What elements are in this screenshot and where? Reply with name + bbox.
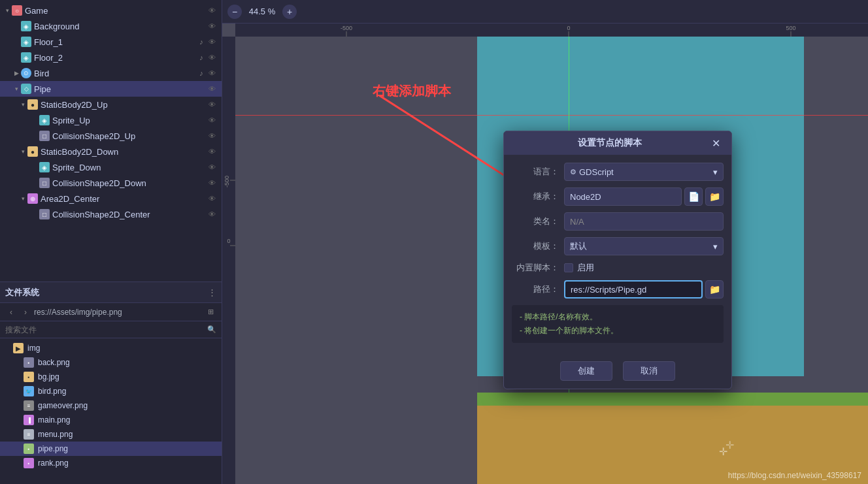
classname-label: 类名： bbox=[512, 216, 559, 227]
vis-icon-area2d[interactable]: 👁 bbox=[206, 195, 218, 202]
nav-forward-button[interactable]: › bbox=[20, 306, 31, 318]
vis-icon-floor2[interactable]: 👁 bbox=[206, 54, 218, 61]
tree-item-game[interactable]: ▾ ○ Game 👁 bbox=[0, 3, 222, 18]
vis-icon-bird[interactable]: 👁 bbox=[206, 69, 218, 77]
vis-icon-game[interactable]: 👁 bbox=[206, 7, 218, 14]
inherit-label: 继承： bbox=[512, 191, 559, 202]
vis-icon-sp-up[interactable]: 👁 bbox=[206, 116, 218, 124]
file-item-bg-jpg[interactable]: ▪ bg.jpg bbox=[0, 370, 222, 384]
tree-label-sb-down: StaticBody2D_Down bbox=[41, 147, 206, 157]
file-item-main-png[interactable]: ▐ main.png bbox=[0, 413, 222, 427]
zoom-out-button[interactable]: − bbox=[227, 5, 242, 19]
tree-arrow-area2d[interactable]: ▾ bbox=[18, 195, 27, 202]
file-icon-pipe: ▪ bbox=[24, 444, 34, 454]
cancel-button[interactable]: 取消 bbox=[623, 361, 675, 381]
nav-grid-icon[interactable]: ⊞ bbox=[205, 306, 216, 318]
svg-text:0: 0 bbox=[567, 25, 570, 31]
file-nav-bar: ‹ › res://Assets/img/pipe.png ⊞ bbox=[0, 303, 222, 321]
extra-icon-bird: ♪ bbox=[197, 69, 206, 77]
file-item-img-folder[interactable]: ▶ img bbox=[0, 341, 222, 355]
set-script-dialog[interactable]: 设置节点的脚本 ✕ 语言： ⚙ GDScript ▾ bbox=[503, 131, 732, 389]
tree-arrow-pipe[interactable]: ▾ bbox=[12, 86, 21, 92]
builtin-row: 内置脚本： 启用 bbox=[512, 262, 724, 274]
vis-icon-sb-down[interactable]: 👁 bbox=[206, 148, 218, 155]
vis-icon-floor1[interactable]: 👁 bbox=[206, 38, 218, 46]
ruler-v-svg: -500 0 bbox=[222, 37, 235, 484]
tree-item-sprite-down[interactable]: ◈ Sprite_Down 👁 bbox=[0, 159, 222, 175]
search-input[interactable] bbox=[5, 325, 207, 334]
vis-icon-sb-up[interactable]: 👁 bbox=[206, 101, 218, 108]
file-item-back-png[interactable]: ▪ back.png bbox=[0, 355, 222, 370]
template-value: 默认 bbox=[570, 240, 587, 252]
vis-icon-col-center[interactable]: 👁 bbox=[206, 210, 218, 218]
tree-label-bg: Background bbox=[34, 22, 206, 31]
create-button[interactable]: 创建 bbox=[560, 361, 612, 381]
tree-label-bird: Bird bbox=[34, 69, 197, 78]
dialog-title-label: 设置节点的脚本 bbox=[512, 137, 708, 149]
tree-item-staticbody-down[interactable]: ▾ ● StaticBody2D_Down 👁 bbox=[0, 144, 222, 159]
bird-node-icon: ⊙ bbox=[21, 68, 31, 78]
tree-label-col-center: CollisionShape2D_Center bbox=[52, 210, 206, 219]
zoom-level-label: 44.5 % bbox=[246, 7, 278, 16]
tree-item-pipe[interactable]: ▾ ◇ Pipe 👁 bbox=[0, 81, 222, 97]
file-icon-bg: ▪ bbox=[24, 372, 34, 382]
tree-item-collision-up[interactable]: □ CollisionShape2D_Up 👁 bbox=[0, 128, 222, 144]
file-system-title: 文件系统 bbox=[5, 287, 208, 298]
builtin-checkbox[interactable] bbox=[564, 263, 573, 272]
classname-value: N/A bbox=[570, 217, 584, 227]
path-input[interactable] bbox=[564, 280, 703, 298]
vis-icon-col-down[interactable]: 👁 bbox=[206, 179, 218, 187]
file-label-menu: menu.png bbox=[38, 430, 73, 439]
tree-item-background[interactable]: ◈ Background 👁 bbox=[0, 18, 222, 34]
file-item-gameover-png[interactable]: ≡ gameover.png bbox=[0, 398, 222, 413]
tree-arrow-bird[interactable]: ▶ bbox=[12, 70, 21, 76]
file-label-gameover: gameover.png bbox=[38, 401, 88, 410]
area2d-icon: ⊕ bbox=[27, 193, 38, 204]
path-wrap: 📁 bbox=[564, 280, 724, 298]
file-item-pipe-png[interactable]: ▪ pipe.png bbox=[0, 442, 222, 456]
template-select[interactable]: 默认 ▾ bbox=[564, 237, 724, 255]
tree-item-floor1[interactable]: ◈ Floor_1 ♪ 👁 bbox=[0, 34, 222, 50]
viewport-toolbar: − 44.5 % + bbox=[222, 0, 868, 24]
path-label: 路径： bbox=[512, 283, 559, 295]
nav-path-label: res://Assets/img/pipe.png bbox=[34, 308, 202, 317]
zoom-in-button[interactable]: + bbox=[282, 5, 297, 19]
inherit-select[interactable]: Node2D bbox=[564, 187, 682, 206]
folder-icon: ▶ bbox=[13, 343, 24, 353]
inherit-value: Node2D bbox=[570, 192, 601, 202]
tree-item-collision-center[interactable]: □ CollisionShape2D_Center 👁 bbox=[0, 206, 222, 222]
dialog-close-button[interactable]: ✕ bbox=[708, 135, 724, 151]
extra-icon-floor1: ♪ bbox=[197, 38, 206, 46]
tree-item-collision-down[interactable]: □ CollisionShape2D_Down 👁 bbox=[0, 175, 222, 191]
tree-item-area2d[interactable]: ▾ ⊕ Area2D_Center 👁 bbox=[0, 191, 222, 206]
tree-item-sprite-up[interactable]: ◈ Sprite_Up 👁 bbox=[0, 112, 222, 128]
tree-label-sb-up: StaticBody2D_Up bbox=[41, 100, 206, 110]
tree-label-col-up: CollisionShape2D_Up bbox=[52, 131, 206, 141]
file-item-rank-png[interactable]: ▪ rank.png bbox=[0, 456, 222, 470]
path-folder-btn[interactable]: 📁 bbox=[705, 280, 724, 298]
tree-item-floor2[interactable]: ◈ Floor_2 ♪ 👁 bbox=[0, 50, 222, 65]
file-item-bird-png[interactable]: 🐦 bird.png bbox=[0, 384, 222, 398]
classname-row: 类名： N/A bbox=[512, 212, 724, 231]
tree-arrow-sb-down[interactable]: ▾ bbox=[18, 148, 27, 155]
tree-arrow-sb-up[interactable]: ▾ bbox=[18, 101, 27, 108]
inherit-folder-icon-btn[interactable]: 📁 bbox=[705, 187, 724, 206]
tree-item-staticbody-up[interactable]: ▾ ● StaticBody2D_Up 👁 bbox=[0, 97, 222, 112]
pipe-icon: ◇ bbox=[21, 84, 31, 94]
info-line-2: - 将创建一个新的脚本文件。 bbox=[520, 325, 716, 336]
vis-icon-pipe[interactable]: 👁 bbox=[206, 85, 218, 93]
sprite-icon-bg: ◈ bbox=[21, 21, 31, 31]
inherit-file-icon-btn[interactable]: 📄 bbox=[684, 187, 703, 206]
tree-arrow-game[interactable]: ▾ bbox=[3, 7, 12, 14]
vis-icon-sp-down[interactable]: 👁 bbox=[206, 163, 218, 171]
file-item-menu-png[interactable]: ≡ menu.png bbox=[0, 427, 222, 442]
nav-back-button[interactable]: ‹ bbox=[5, 306, 17, 318]
file-system-menu-icon[interactable]: ⋮ bbox=[208, 287, 216, 297]
vis-icon-col-up[interactable]: 👁 bbox=[206, 132, 218, 140]
classname-field: N/A bbox=[564, 212, 724, 231]
vis-icon-bg[interactable]: 👁 bbox=[206, 22, 218, 30]
tree-item-bird[interactable]: ▶ ⊙ Bird ♪ 👁 bbox=[0, 65, 222, 81]
language-select[interactable]: ⚙ GDScript ▾ bbox=[564, 163, 724, 181]
file-label-rank: rank.png bbox=[38, 459, 69, 468]
ruler-horizontal: -500 0 500 1000 bbox=[235, 24, 868, 37]
